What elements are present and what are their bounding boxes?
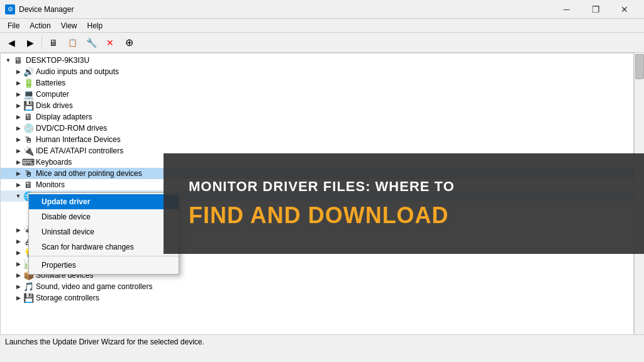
minimize-button[interactable]: ─ (552, 0, 581, 19)
tree-item-hid[interactable]: ▶ 🖱 Human Interface Devices (1, 134, 633, 145)
toggle-network[interactable]: ▼ (13, 191, 23, 201)
label-audio: Audio inputs and outputs (36, 67, 119, 76)
context-menu-uninstall-device[interactable]: Uninstall device (29, 224, 179, 239)
toolbar-computer[interactable]: 🖥 (45, 35, 62, 51)
label-ide: IDE ATA/ATAPI controllers (36, 146, 123, 155)
label-monitors: Monitors (36, 180, 65, 189)
icon-batteries: 🔋 (23, 78, 33, 88)
toggle-processors[interactable]: ▶ (13, 248, 23, 258)
main-area: ▼ 🖥 DESKTOP-9K3I3U ▶ 🔊 Audio inputs and … (0, 53, 644, 348)
toggle-print[interactable]: ▶ (13, 236, 23, 246)
toggle-monitors[interactable]: ▶ (13, 180, 23, 190)
toolbar-uninstall[interactable]: ✕ (101, 35, 119, 51)
label-hid: Human Interface Devices (36, 135, 121, 144)
label-keyboards: Keyboards (36, 158, 72, 167)
icon-display: 🖥 (23, 112, 33, 122)
context-menu-scan-changes[interactable]: Scan for hardware changes (29, 239, 179, 255)
status-text: Launches the Update Driver Wizard for th… (5, 337, 204, 346)
toolbar-scan[interactable]: ⊕ (120, 35, 138, 51)
title-bar: ⚙ Device Manager ─ ❐ ✕ (0, 0, 644, 19)
toolbar-forward[interactable]: ▶ (21, 35, 39, 51)
window-title: Device Manager (19, 5, 552, 14)
context-menu: Update driver Disable device Uninstall d… (28, 192, 179, 275)
toggle-software[interactable]: ▶ (13, 270, 23, 280)
toolbar-sep-1 (42, 36, 42, 49)
toggle-sound[interactable]: ▶ (13, 282, 23, 292)
menu-help[interactable]: Help (82, 20, 108, 31)
app-icon: ⚙ (5, 4, 15, 14)
toolbar-back[interactable]: ◀ (3, 35, 20, 51)
toggle-sensors[interactable]: ▶ (13, 259, 23, 269)
menu-view[interactable]: View (56, 20, 82, 31)
tree-root[interactable]: ▼ 🖥 DESKTOP-9K3I3U (1, 55, 633, 66)
menu-bar: File Action View Help (0, 19, 644, 33)
icon-computer: 🖥 (13, 55, 23, 65)
label-disk: Disk drives (36, 101, 73, 110)
context-menu-separator (29, 256, 179, 256)
toggle-audio[interactable]: ▶ (13, 67, 23, 77)
icon-storage: 💾 (23, 293, 33, 303)
toolbar-properties[interactable]: 📋 (64, 35, 81, 51)
scrollbar-thumb[interactable] (635, 54, 644, 79)
tree-item-sound[interactable]: ▶ 🎵 Sound, video and game controllers (1, 281, 633, 292)
tree-item-disk[interactable]: ▶ 💾 Disk drives (1, 100, 633, 111)
tree-item-batteries[interactable]: ▶ 🔋 Batteries (1, 77, 633, 89)
menu-action[interactable]: Action (25, 20, 55, 31)
tree-item-display[interactable]: ▶ 🖥 Display adapters (1, 111, 633, 123)
close-button[interactable]: ✕ (610, 0, 639, 19)
status-bar: Launches the Update Driver Wizard for th… (0, 334, 644, 348)
tree-item-dvd[interactable]: ▶ 💿 DVD/CD-ROM drives (1, 123, 633, 134)
label-dvd: DVD/CD-ROM drives (36, 124, 107, 133)
icon-computer-node: 💻 (23, 89, 33, 99)
label-batteries: Batteries (36, 79, 65, 87)
toggle-storage[interactable]: ▶ (13, 293, 23, 303)
label-storage: Storage controllers (36, 293, 99, 302)
toggle-ide[interactable]: ▶ (13, 146, 23, 156)
label-mice: Mice and other pointing devices (36, 169, 142, 178)
context-menu-update-driver[interactable]: Update driver (29, 194, 179, 209)
context-menu-properties[interactable]: Properties (29, 258, 179, 273)
toggle-dvd[interactable]: ▶ (13, 123, 23, 133)
window-controls: ─ ❐ ✕ (552, 0, 639, 19)
tree-item-storage[interactable]: ▶ 💾 Storage controllers (1, 292, 633, 304)
toolbar-update-driver[interactable]: 🔧 (82, 35, 100, 51)
restore-button[interactable]: ❐ (581, 0, 610, 19)
toggle-mice[interactable]: ▶ (13, 168, 23, 178)
icon-audio: 🔊 (23, 67, 33, 77)
icon-hid: 🖱 (23, 134, 33, 145)
overlay-subtitle: MONITOR DRIVER FILES: WHERE TO (189, 178, 619, 195)
toggle-ports[interactable]: ▶ (13, 225, 23, 235)
icon-keyboards: ⌨ (23, 157, 33, 167)
tree-root-label: DESKTOP-9K3I3U (26, 56, 89, 65)
icon-disk: 💾 (23, 101, 33, 111)
icon-sound: 🎵 (23, 282, 33, 292)
toggle-root[interactable]: ▼ (3, 55, 13, 65)
label-display: Display adapters (36, 112, 92, 121)
icon-dvd: 💿 (23, 123, 33, 133)
icon-ide: 🔌 (23, 146, 33, 156)
overlay-title: FIND AND DOWNLOAD (189, 202, 619, 229)
toggle-disk[interactable]: ▶ (13, 101, 23, 111)
toolbar: ◀ ▶ 🖥 📋 🔧 ✕ ⊕ (0, 33, 644, 53)
overlay-banner: MONITOR DRIVER FILES: WHERE TO FIND AND … (164, 153, 644, 254)
toggle-batteries[interactable]: ▶ (13, 78, 23, 88)
toggle-computer[interactable]: ▶ (13, 89, 23, 99)
label-sound: Sound, video and game controllers (36, 282, 152, 291)
toggle-hid[interactable]: ▶ (13, 134, 23, 145)
menu-file[interactable]: File (3, 20, 25, 31)
icon-mice: 🖱 (23, 168, 33, 178)
tree-item-audio[interactable]: ▶ 🔊 Audio inputs and outputs (1, 66, 633, 77)
tree-item-computer[interactable]: ▶ 💻 Computer (1, 89, 633, 100)
context-menu-disable-device[interactable]: Disable device (29, 209, 179, 224)
icon-monitors: 🖥 (23, 180, 33, 190)
label-computer: Computer (36, 90, 69, 99)
toggle-display[interactable]: ▶ (13, 112, 23, 122)
